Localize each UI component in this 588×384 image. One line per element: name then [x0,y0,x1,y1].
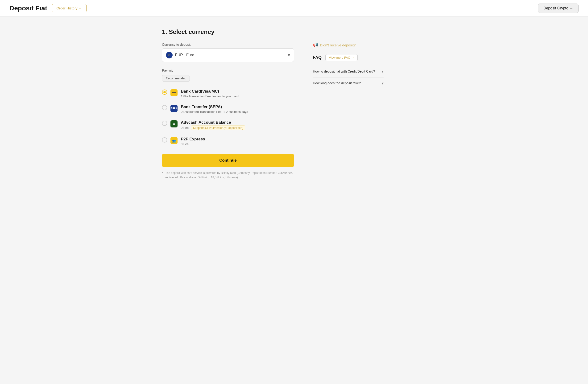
faq-chevron-1: ▾ [382,69,384,74]
page-header: Deposit Fiat Order History → Deposit Cry… [0,0,588,17]
eur-icon: € [166,52,173,59]
advcash-info: Advcash Account Balance 0 Fee Supports S… [181,120,294,130]
p2p-icon: 👥 [170,137,178,144]
recommended-badge: Recommended [162,75,190,81]
faq-item-1[interactable]: How to deposit fiat with Credit/Debit Ca… [313,66,384,78]
currency-select[interactable]: € EUR Euro ▾ [162,48,294,62]
disclaimer-text: The deposit with card service is powered… [162,171,294,180]
sepa-desc: 0 Discounted Transaction Fee, 1-2 busine… [181,110,294,114]
faq-question-2: How long does the deposit take? [313,81,379,86]
pay-with-label: Pay with [162,69,294,72]
payment-option-sepa[interactable]: SEPA Bank Transfer (SEPA) 0 Discounted T… [162,101,294,117]
currency-code: EUR [175,53,183,57]
sepa-info: Bank Transfer (SEPA) 0 Discounted Transa… [181,105,294,114]
bank-card-name: Bank Card(Visa/MC) [181,89,294,94]
currency-label: Currency to deposit [162,43,294,46]
bank-card-desc: 1.8% Transaction Fee, Instant to your ca… [181,95,294,98]
payment-option-p2p[interactable]: 👥 P2P Express 0 Fee [162,134,294,149]
order-history-button[interactable]: Order History → [52,4,86,12]
bank-card-info: Bank Card(Visa/MC) 1.8% Transaction Fee,… [181,89,294,98]
page-title: Deposit Fiat [9,4,47,12]
advcash-desc: 0 Fee Supports SEPA transfer (€1 deposit… [181,125,294,130]
p2p-desc: 0 Fee [181,142,294,146]
main-content: 1. Select currency Currency to deposit €… [152,17,436,192]
p2p-info: P2P Express 0 Fee [181,137,294,146]
didnt-receive-section: 📢 Didn't receive deposit? [313,42,384,48]
section-title: 1. Select currency [162,28,294,36]
advcash-name: Advcash Account Balance [181,120,294,125]
advcash-tag: Supports SEPA transfer (€1 deposit fee) [191,125,245,130]
currency-full-name: Euro [186,53,194,57]
radio-p2p[interactable] [162,137,167,142]
faq-title: FAQ [313,55,322,60]
radio-sepa[interactable] [162,105,167,110]
deposit-crypto-button[interactable]: Deposit Crypto → [538,3,579,13]
faq-chevron-2: ▾ [382,81,384,85]
radio-bank-card[interactable] [162,90,167,95]
faq-question-1: How to deposit fiat with Credit/Debit Ca… [313,69,379,74]
chevron-down-icon: ▾ [288,53,290,58]
left-panel: 1. Select currency Currency to deposit €… [162,28,294,180]
view-more-faq-button[interactable]: View more FAQ → [325,54,358,61]
advcash-icon: A [170,120,178,127]
continue-button[interactable]: Continue [162,154,294,167]
bank-card-icon: 💳 [170,89,178,96]
flag-icon: 📢 [313,42,318,48]
header-left: Deposit Fiat Order History → [9,4,86,12]
payment-option-advcash[interactable]: A Advcash Account Balance 0 Fee Supports… [162,117,294,134]
faq-item-2[interactable]: How long does the deposit take? ▾ [313,78,384,89]
radio-inner [163,91,166,93]
sepa-name: Bank Transfer (SEPA) [181,105,294,109]
p2p-name: P2P Express [181,137,294,141]
right-panel: 📢 Didn't receive deposit? FAQ View more … [313,28,384,180]
faq-header: FAQ View more FAQ → [313,54,384,61]
payment-option-bank-card[interactable]: 💳 Bank Card(Visa/MC) 1.8% Transaction Fe… [162,86,294,101]
sepa-icon: SEPA [170,105,178,112]
radio-advcash[interactable] [162,121,167,126]
currency-select-left: € EUR Euro [166,52,194,59]
didnt-receive-link[interactable]: Didn't receive deposit? [320,43,356,47]
